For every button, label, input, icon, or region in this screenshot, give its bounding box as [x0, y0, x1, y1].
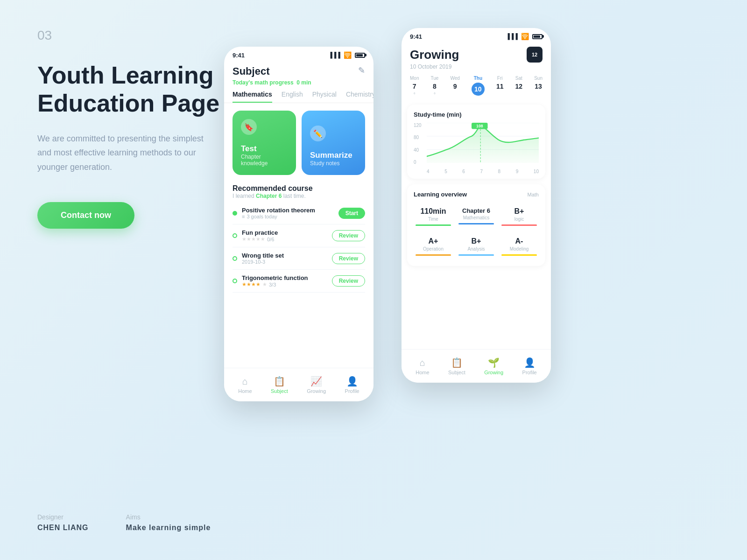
bar-analysis — [458, 254, 494, 256]
growing-icon: 🌱 — [488, 357, 500, 368]
wifi-icon: 🛜 — [344, 51, 352, 59]
course-list: Positive rotation theorem ≡3 goals today… — [224, 202, 374, 293]
contact-button[interactable]: Contact now — [37, 202, 134, 229]
course-name: Positive rotation theorem — [242, 207, 334, 214]
overview-title: Learning overview — [414, 191, 467, 198]
course-dot — [233, 256, 237, 261]
growing-title-row: Growing 12 — [410, 47, 543, 63]
bar-modeling — [501, 254, 537, 256]
course-name: Fun practice — [242, 229, 327, 236]
start-button[interactable]: Start — [338, 208, 365, 219]
home-icon: ⌂ — [420, 357, 425, 368]
summarize-card-sub: Study notes — [310, 160, 357, 167]
nav-home-label: Home — [416, 370, 429, 375]
home-icon: ⌂ — [242, 376, 248, 387]
day-thu[interactable]: Thu 10 — [472, 76, 485, 97]
cards-row: 🔖 Test Chapter knowledge ✏️ Summarize St… — [224, 111, 374, 175]
status-time-growing: 9:41 — [410, 33, 422, 40]
overview-card-operation: A+ Operation — [414, 233, 453, 259]
tab-chemistry[interactable]: Chemistry — [346, 91, 374, 103]
signal-icon: ▐▐▐ — [506, 33, 518, 40]
course-name: Trigonometric function — [242, 274, 327, 281]
subject-icon: 📋 — [274, 376, 285, 387]
course-dot — [233, 279, 237, 283]
day-tue[interactable]: Tue 8 ° — [431, 76, 439, 97]
nav-subject[interactable]: 📋 Subject — [271, 376, 288, 394]
overview-card-analysis: B+ Analysis — [457, 233, 496, 259]
day-wed[interactable]: Wed 9 — [450, 76, 459, 97]
tab-mathematics[interactable]: Mathematics — [233, 91, 272, 103]
aims-label: Aims — [126, 513, 211, 521]
progress-line: Today's math progress 0 min — [224, 77, 374, 91]
overview-sub: Math — [528, 192, 539, 197]
status-icons-growing: ▐▐▐ 🛜 — [506, 33, 543, 40]
nav-subject-label: Subject — [271, 388, 288, 394]
phone-subject: 9:41 ▐▐▐ 🛜 Subject ✎ Today's math progre… — [224, 47, 374, 401]
course-info: Trigonometric function ★★★★★3/3 — [242, 274, 327, 287]
course-info: Positive rotation theorem ≡3 goals today — [242, 207, 334, 219]
bottom-nav-subject: ⌂ Home 📋 Subject 📈 Growing 👤 Profile — [224, 368, 374, 401]
footer: Designer CHEN LIANG Aims Make learning s… — [37, 513, 211, 532]
course-meta: ★★★★★0/6 — [242, 236, 327, 242]
list-item: Positive rotation theorem ≡3 goals today… — [233, 202, 365, 224]
day-mon[interactable]: Mon 7 ° — [410, 76, 419, 97]
subject-icon: 📋 — [451, 357, 463, 368]
day-sat[interactable]: Sat 12 — [515, 76, 523, 97]
svg-text:108: 108 — [476, 124, 483, 128]
course-dot — [233, 233, 237, 238]
nav-growing-g[interactable]: 🌱 Growing — [484, 357, 503, 375]
nav-home-g[interactable]: ⌂ Home — [416, 357, 429, 375]
summarize-card[interactable]: ✏️ Summarize Study notes — [302, 111, 365, 175]
profile-icon: 👤 — [346, 376, 358, 387]
tab-physical[interactable]: Physical — [312, 91, 337, 103]
status-time-subject: 9:41 — [233, 52, 245, 59]
day-fri[interactable]: Fri 11 — [496, 76, 504, 97]
overview-header: Learning overview Math — [414, 191, 539, 198]
course-meta: ≡3 goals today — [242, 214, 334, 219]
review-button[interactable]: Review — [332, 253, 365, 264]
review-button[interactable]: Review — [332, 275, 365, 287]
aims-value: Make learning simple — [126, 524, 211, 532]
course-info: Wrong title set 2019-10-3 — [242, 252, 327, 265]
growing-title: Growing — [410, 48, 459, 62]
nav-growing[interactable]: 📈 Growing — [307, 376, 326, 394]
nav-profile-g[interactable]: 👤 Profile — [522, 357, 537, 375]
nav-home[interactable]: ⌂ Home — [238, 376, 252, 394]
designer-name: CHEN LIANG — [37, 524, 89, 532]
subtitle: We are committed to presenting the simpl… — [37, 132, 205, 175]
summarize-card-icon: ✏️ — [310, 126, 326, 141]
chart-area: 120 80 40 0 — [414, 123, 539, 174]
review-button[interactable]: Review — [332, 230, 365, 241]
test-card-icon: 🔖 — [241, 119, 257, 135]
left-panel: 03 Youth Learning Education Page We are … — [37, 28, 233, 229]
nav-subject-g[interactable]: 📋 Subject — [448, 357, 465, 375]
chart-x-labels: 4 5 6 7 8 9 10 — [427, 169, 539, 174]
calendar-icon[interactable]: 12 — [527, 47, 543, 63]
test-card[interactable]: 🔖 Test Chapter knowledge — [233, 111, 296, 175]
signal-icon: ▐▐▐ — [328, 52, 340, 58]
bar-chapter — [458, 223, 494, 224]
nav-growing-label: Growing — [307, 388, 326, 394]
summarize-card-name: Summarize — [310, 151, 357, 160]
edit-icon[interactable]: ✎ — [358, 65, 365, 76]
phone-growing: 9:41 ▐▐▐ 🛜 Growing 12 10 October 2019 Mo… — [402, 28, 551, 383]
nav-profile[interactable]: 👤 Profile — [345, 376, 359, 394]
day-sun[interactable]: Sun 13 — [534, 76, 543, 97]
tab-english[interactable]: English — [282, 91, 303, 103]
bar-operation — [416, 254, 451, 256]
nav-profile-label: Profile — [522, 370, 537, 375]
chart-svg: 108 — [427, 123, 539, 163]
growing-date: 10 October 2019 — [410, 63, 543, 70]
overview-card-time: 110min Time — [414, 203, 453, 230]
battery-icon — [355, 53, 365, 58]
recommended-sub: I learned Chapter 6 last time. — [233, 193, 365, 199]
course-meta: ★★★★★3/3 — [242, 281, 327, 287]
course-name: Wrong title set — [242, 252, 327, 259]
bar-time — [416, 224, 451, 226]
overview-card-logic: B+ logic — [500, 203, 539, 230]
status-icons-subject: ▐▐▐ 🛜 — [328, 51, 365, 59]
status-bar-growing: 9:41 ▐▐▐ 🛜 — [402, 28, 551, 43]
main-title: Youth Learning Education Page — [37, 62, 233, 118]
chart-y-labels: 120 80 40 0 — [414, 123, 425, 165]
subject-tabs: Mathematics English Physical Chemistry — [224, 91, 374, 103]
